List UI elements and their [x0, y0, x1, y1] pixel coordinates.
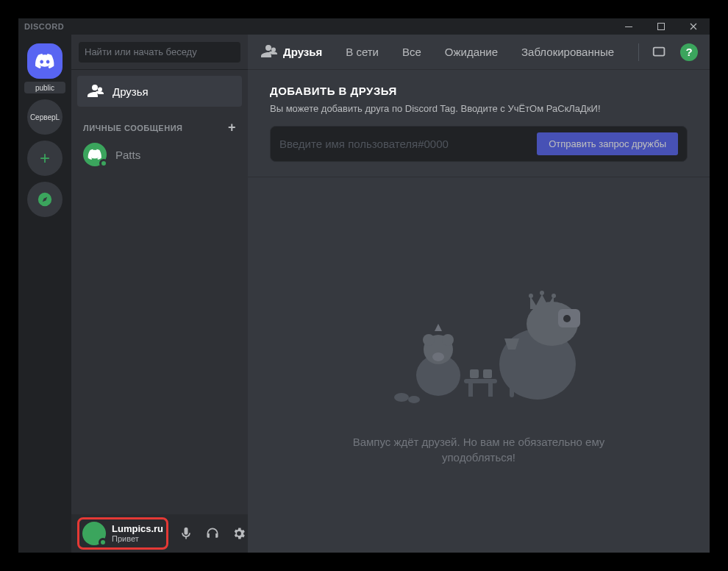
- friends-tabs: В сети Все Ожидание Заблокированные: [340, 44, 632, 60]
- tab-all[interactable]: Все: [396, 44, 427, 60]
- add-friend-input-row: Отправить запрос дружбы: [270, 126, 688, 162]
- add-friend-title: ДОБАВИТЬ В ДРУЗЬЯ: [270, 85, 688, 97]
- user-panel: Lumpics.ru Привет: [71, 514, 248, 553]
- user-avatar: [82, 522, 106, 545]
- svg-rect-17: [468, 383, 473, 397]
- new-group-dm-button[interactable]: [651, 43, 668, 61]
- svg-point-6: [563, 315, 571, 322]
- help-button[interactable]: ?: [680, 43, 698, 61]
- settings-button[interactable]: [227, 522, 251, 545]
- user-status-text: Привет: [112, 534, 163, 544]
- dm-item-name: Patts: [115, 149, 140, 161]
- add-server-button[interactable]: +: [27, 141, 63, 176]
- create-dm-button[interactable]: +: [228, 120, 236, 135]
- svg-point-9: [552, 294, 556, 298]
- add-friend-section: ДОБАВИТЬ В ДРУЗЬЯ Вы можете добавить дру…: [248, 70, 710, 177]
- svg-rect-1: [658, 24, 665, 30]
- dm-header-label: ЛИЧНЫЕ СООБЩЕНИЯ: [83, 124, 182, 132]
- svg-point-14: [442, 334, 454, 346]
- empty-state: Вампус ждёт друзей. Но вам не обязательн…: [248, 177, 710, 553]
- window-title: DISCORD: [24, 22, 64, 31]
- friends-icon: [260, 42, 277, 63]
- main-header: Друзья В сети Все Ожидание Заблокированн…: [248, 35, 710, 70]
- search-container: [71, 35, 248, 70]
- svg-rect-10: [510, 346, 514, 397]
- explore-button[interactable]: [27, 182, 63, 217]
- svg-point-8: [540, 291, 544, 295]
- status-indicator: [99, 159, 108, 168]
- server-list: public СерверL +: [18, 35, 71, 553]
- titlebar: DISCORD: [18, 18, 710, 35]
- add-friend-desc: Вы можете добавить друга по Discord Tag.…: [270, 103, 688, 114]
- user-info-button[interactable]: Lumpics.ru Привет: [77, 517, 168, 550]
- empty-state-text: Вампус ждёт друзей. Но вам не обязательн…: [324, 434, 633, 465]
- add-friend-input[interactable]: [279, 138, 537, 150]
- minimize-button[interactable]: [618, 19, 639, 34]
- app-body: public СерверL + Друзья ЛИЧНЫЕ СООБЩЕНИЯ…: [18, 35, 710, 553]
- server-item[interactable]: СерверL: [27, 99, 63, 135]
- home-button[interactable]: [27, 43, 63, 79]
- mute-button[interactable]: [174, 522, 198, 545]
- header-actions: ?: [638, 43, 698, 61]
- svg-rect-18: [488, 383, 493, 397]
- main-content: Друзья В сети Все Ожидание Заблокированн…: [248, 35, 710, 553]
- dm-item[interactable]: Patts: [77, 139, 242, 170]
- user-text: Lumpics.ru Привет: [112, 523, 163, 545]
- channel-sidebar: Друзья ЛИЧНЫЕ СООБЩЕНИЯ + Patts: [71, 35, 248, 553]
- maximize-button[interactable]: [651, 19, 671, 34]
- main-header-title: Друзья: [283, 46, 322, 58]
- app-window: DISCORD public СерверL +: [18, 18, 710, 553]
- tab-pending[interactable]: Ожидание: [439, 44, 504, 60]
- friends-icon: [86, 82, 104, 102]
- user-status-indicator: [99, 538, 107, 547]
- svg-rect-0: [625, 26, 632, 27]
- close-button[interactable]: [683, 19, 704, 34]
- search-input[interactable]: [79, 42, 240, 63]
- user-controls: [174, 522, 251, 545]
- svg-point-22: [408, 396, 420, 403]
- user-name: Lumpics.ru: [112, 523, 163, 535]
- send-request-button[interactable]: Отправить запрос дружбы: [537, 132, 678, 155]
- svg-rect-2: [654, 47, 665, 55]
- window-controls: [618, 19, 704, 34]
- deafen-button[interactable]: [201, 522, 224, 545]
- svg-point-15: [432, 352, 444, 361]
- svg-point-21: [394, 393, 409, 402]
- friends-nav-item[interactable]: Друзья: [77, 76, 242, 107]
- svg-rect-19: [470, 369, 479, 378]
- server-public-label: public: [24, 82, 65, 93]
- tab-blocked[interactable]: Заблокированные: [515, 44, 620, 60]
- friends-nav-label: Друзья: [113, 85, 149, 98]
- svg-point-13: [423, 334, 435, 346]
- tab-online[interactable]: В сети: [340, 44, 385, 60]
- svg-rect-20: [483, 369, 492, 378]
- svg-rect-16: [464, 379, 497, 383]
- dm-header: ЛИЧНЫЕ СООБЩЕНИЯ +: [71, 108, 248, 138]
- wumpus-illustration: [339, 265, 618, 412]
- avatar: [83, 143, 107, 166]
- svg-point-7: [529, 294, 533, 298]
- divider: [638, 43, 639, 61]
